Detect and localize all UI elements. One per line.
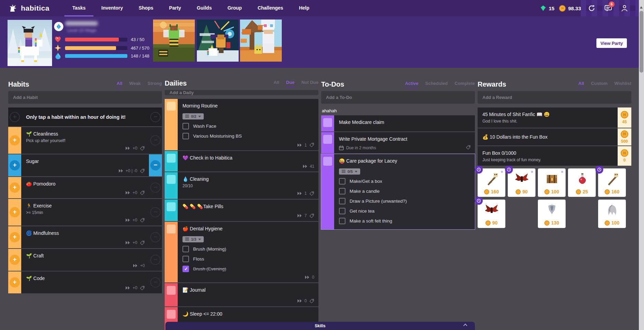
daily-card-dental-hygiene[interactable]: 🍎 Dental Hygiene 1/3 Brush (Morning) Flo…	[165, 222, 318, 282]
checklist-toggle[interactable]: 1/3	[182, 236, 204, 242]
habit-plus-button[interactable]: +	[10, 160, 20, 170]
rewards-filter-all[interactable]: All	[578, 81, 584, 88]
add-todo-input[interactable]	[321, 91, 475, 104]
checklist-checkbox[interactable]	[339, 218, 345, 224]
checklist-checkbox[interactable]	[182, 123, 189, 129]
habit-plus-button[interactable]: +	[10, 135, 20, 145]
browser-scrollbar[interactable]	[639, 0, 644, 330]
daily-checkbox[interactable]	[167, 154, 176, 163]
user-avatar[interactable]	[8, 20, 52, 66]
messages-icon[interactable]: 6	[602, 2, 614, 14]
habit-plus-button[interactable]: +	[10, 207, 20, 217]
habit-note-card[interactable]: + Only tap a habit within an hour of doi…	[8, 107, 162, 126]
todo-card-mortgage[interactable]: Write Private Mortgage Contract Due in 2…	[321, 132, 475, 153]
reward-card-fanfic[interactable]: 45 Minutes of Shit Fanfic 📖 😄 God I love…	[478, 107, 631, 128]
buy-reward-button[interactable]: H 45	[618, 107, 631, 128]
daily-checkbox[interactable]	[167, 310, 176, 319]
habit-card-sugar[interactable]: + Sugar +0 | -0 −	[8, 154, 162, 176]
dailies-filter-notdue[interactable]: Not Due	[301, 80, 318, 87]
daily-card-checkin[interactable]: 💜 Check in to Habitica 41	[165, 151, 318, 172]
habits-filter-all[interactable]: All	[117, 81, 123, 88]
habit-card-cleanliness[interactable]: + 🌱 Cleanliness Pick up after yourself! …	[8, 127, 162, 154]
add-habit-input[interactable]	[8, 91, 162, 104]
daily-checkbox[interactable]	[167, 175, 176, 184]
rewards-filter-wishlist[interactable]: Wishlist	[614, 81, 631, 88]
nav-item-guilds[interactable]: Guilds	[189, 0, 220, 16]
shop-item-red-wings[interactable]: 90	[508, 168, 535, 197]
daily-card-journal[interactable]: 📝 Journal 0	[165, 283, 318, 306]
gem-counter[interactable]: 15	[540, 5, 555, 11]
checklist-checkbox-checked[interactable]	[182, 266, 189, 272]
checklist-checkbox[interactable]	[182, 256, 189, 262]
shop-item-silver-armor[interactable]: 130	[538, 200, 566, 228]
nav-item-inventory[interactable]: Inventory	[93, 0, 131, 16]
habit-plus-button[interactable]: +	[10, 277, 20, 288]
dailies-filter-all[interactable]: All	[274, 80, 279, 87]
scrollbar-thumb[interactable]	[640, 11, 643, 73]
checklist-checkbox[interactable]	[339, 178, 345, 185]
sync-icon[interactable]	[586, 2, 597, 14]
shop-item-skull-mace-2[interactable]: 160	[598, 168, 626, 197]
rewards-filter-custom[interactable]: Custom	[591, 81, 607, 88]
chevron-up-icon[interactable]	[463, 323, 467, 326]
checklist-checkbox[interactable]	[182, 133, 189, 139]
daily-card-take-pills[interactable]: 💊 💊 💊Take Pills 7	[165, 200, 318, 221]
buy-reward-button[interactable]: H 500	[618, 128, 631, 145]
habits-filter-weak[interactable]: Weak	[129, 81, 141, 88]
habit-plus-button[interactable]: +	[10, 232, 20, 242]
skills-drawer[interactable]: Skills	[165, 322, 475, 330]
checklist-checkbox[interactable]	[339, 188, 345, 194]
username-blurred[interactable]	[65, 21, 98, 26]
todos-filter-complete[interactable]: Complete	[455, 81, 475, 88]
shop-item-gray-wig[interactable]: 100	[598, 200, 626, 228]
todo-checkbox[interactable]	[323, 157, 332, 166]
nav-item-challenges[interactable]: Challenges	[250, 0, 291, 16]
daily-checkbox[interactable]	[167, 102, 176, 111]
habit-plus-button[interactable]: +	[10, 255, 20, 265]
scrollbar-up-arrow[interactable]	[640, 6, 643, 9]
reward-card-fun-box-deposit[interactable]: 💰 10 Dollars into the Fun Box H 500	[478, 128, 631, 145]
habit-minus-button[interactable]: −	[150, 160, 161, 170]
nav-item-party[interactable]: Party	[161, 0, 189, 16]
todo-checkbox[interactable]	[323, 135, 332, 144]
checklist-toggle[interactable]: 0/5	[339, 168, 360, 175]
nav-item-shops[interactable]: Shops	[131, 0, 161, 16]
todos-filter-scheduled[interactable]: Scheduled	[425, 81, 448, 88]
habit-card-code[interactable]: + 🌱 Code +0 −	[8, 271, 162, 293]
gold-counter[interactable]: H 98.33	[559, 5, 581, 12]
shop-item-red-potion[interactable]: 25	[568, 168, 596, 197]
daily-checkbox[interactable]	[167, 202, 176, 211]
party-member-avatar-2[interactable]	[197, 20, 239, 62]
reward-card-fun-box[interactable]: Fun Box 0/1000 Just keeping track of fun…	[478, 146, 631, 166]
daily-checkbox[interactable]	[167, 225, 176, 233]
todo-card-care-package[interactable]: 😜 Care package for Lacey 0/5 Make/Get a …	[321, 154, 475, 229]
nav-item-help[interactable]: Help	[291, 0, 317, 16]
dailies-filter-due[interactable]: Due	[286, 80, 295, 87]
checklist-toggle[interactable]: 0/2	[182, 113, 204, 119]
buy-reward-button[interactable]: H 0	[618, 146, 631, 166]
habit-plus-button[interactable]: +	[10, 182, 20, 193]
todos-filter-active[interactable]: Active	[405, 81, 418, 88]
checklist-checkbox[interactable]	[339, 198, 345, 204]
habit-card-exercise[interactable]: + 🏃 Exercise >= 15min +0 −	[8, 199, 162, 226]
add-reward-input[interactable]	[478, 91, 631, 104]
party-member-avatar-3[interactable]	[240, 20, 282, 62]
habitica-logo[interactable]: habitica	[8, 3, 49, 13]
profile-icon[interactable]	[619, 2, 630, 14]
party-member-avatar-1[interactable]	[153, 20, 195, 62]
habit-card-craft[interactable]: + 🌱 Craft +0 −	[8, 249, 162, 271]
habits-filter-strong[interactable]: Strong	[148, 81, 162, 88]
shop-item-skull-mace[interactable]: 160	[478, 168, 505, 197]
checklist-checkbox[interactable]	[339, 208, 345, 214]
todo-card-medicare[interactable]: Make Medicare claim	[321, 115, 475, 131]
nav-item-tasks[interactable]: Tasks	[64, 0, 93, 16]
habit-card-pomodoro[interactable]: + 🍅 Pomodoro +0 −	[8, 177, 162, 198]
todo-checkbox[interactable]	[323, 118, 332, 127]
view-party-button[interactable]: View Party	[596, 38, 627, 48]
daily-checkbox[interactable]	[167, 286, 176, 295]
class-badge-mage[interactable]	[54, 22, 63, 31]
nav-item-group[interactable]: Group	[219, 0, 250, 16]
daily-card-cleaning[interactable]: 💧 Cleaning 20/10 1	[165, 172, 318, 199]
checklist-checkbox[interactable]	[182, 246, 189, 252]
habit-card-mindfulness[interactable]: + 🌀 Mindfulness +0 −	[8, 226, 162, 248]
